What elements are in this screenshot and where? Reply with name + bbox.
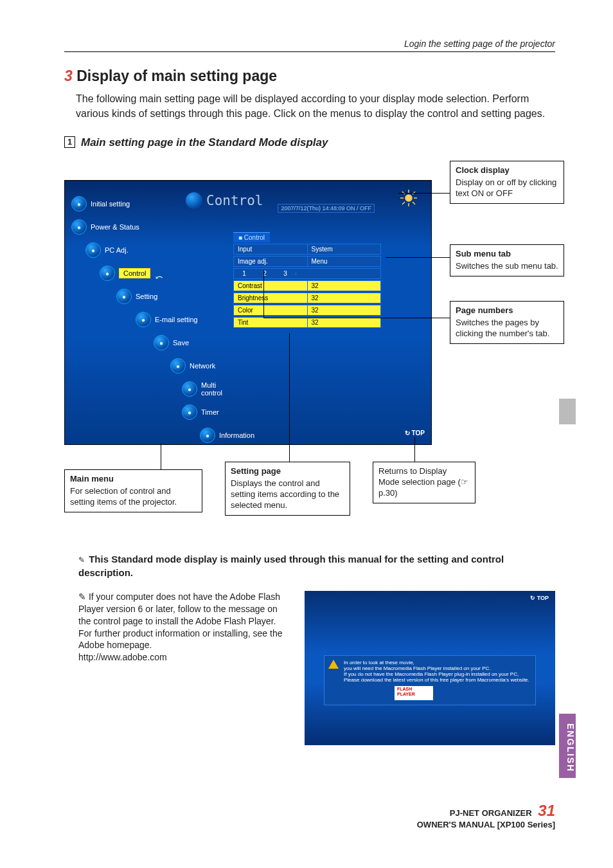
menu-label: Network [190, 362, 215, 370]
panel-row[interactable]: Contrast32 [233, 280, 381, 291]
callout-submenu-body: Switches the sub menu tab. [456, 261, 558, 272]
panel-row-label: Color [234, 305, 307, 315]
sidebar-item-multi-control[interactable]: ●Multi control [182, 377, 219, 401]
note-flash: ✎ If your computer does not have the Ado… [64, 591, 285, 664]
flash-msg-line1: In order to look at these movie, [344, 660, 530, 665]
adobe-url: http://www.adobe.com [78, 652, 167, 662]
callout-setting-title: Setting page [231, 466, 344, 477]
cursor-icon: ⤺ [155, 272, 163, 282]
footer: PJ-NET ORGANIZER 31 OWNER'S MANUAL [XP10… [64, 802, 555, 829]
callout-submenu: Sub menu tab Switches the sub menu tab. [450, 244, 564, 276]
svg-point-0 [405, 195, 412, 201]
menu-icon: ● [71, 219, 87, 235]
sidebar-item-power-status[interactable]: ●Power & Status [71, 215, 219, 239]
menu-label: Timer [201, 408, 219, 416]
sidebar-item-initial-setting[interactable]: ●Initial setting [71, 192, 219, 215]
section-title-text: Display of main setting page [76, 68, 277, 84]
page-tab-1[interactable]: 1 [234, 269, 254, 278]
panel-row-label: Input [234, 244, 307, 254]
callout-setting-body: Displays the control and setting items a… [231, 478, 344, 511]
sidebar-item-e-mail-setting[interactable]: ●E-mail setting [136, 308, 219, 331]
section-intro: The following main setting page will be … [76, 91, 555, 121]
note-standard-text: This Standard mode display is mainly use… [78, 554, 504, 577]
sidebar-item-setting[interactable]: ●Setting [116, 285, 219, 308]
callout-pages-title: Page numbers [456, 305, 558, 316]
callout-clock-title: Clock display [456, 165, 558, 176]
callout-top: Returns to Display Mode selection page (… [373, 462, 475, 503]
sidebar-item-network[interactable]: ●Network [170, 354, 219, 377]
top-link[interactable]: ↻ TOP [530, 595, 549, 601]
page-tab-3[interactable]: 3 [275, 269, 296, 278]
panel-row-label: Brightness [234, 293, 307, 303]
page-tab-2[interactable]: 2 [254, 269, 275, 278]
svg-line-6 [413, 202, 415, 204]
subsection-title: Main setting page in the Standard Mode d… [81, 136, 328, 149]
callout-main-menu: Main menu For selection of control and s… [64, 469, 202, 512]
menu-icon: ● [100, 266, 115, 281]
sun-icon [399, 188, 418, 209]
panel-row[interactable]: Image adj.Menu [233, 256, 381, 267]
menu-label: PC Adj. [105, 246, 129, 254]
panel-row-value: 32 [307, 318, 381, 327]
warning-icon [328, 660, 339, 669]
callout-clock: Clock display Display on or off by click… [450, 161, 564, 204]
panel-row[interactable]: Color32 [233, 305, 381, 316]
callout-main-body: For selection of control and setting ite… [70, 486, 197, 508]
callout-submenu-title: Sub menu tab [456, 249, 558, 260]
footer-line1: PJ-NET ORGANIZER [450, 808, 532, 818]
subsection-heading: 1 Main setting page in the Standard Mode… [64, 136, 555, 149]
panel-row-value: 32 [307, 281, 381, 291]
sidebar-item-pc-adj-[interactable]: ●PC Adj. [85, 239, 219, 262]
callout-pages-body: Switches the pages by clicking the numbe… [456, 318, 558, 339]
sidebar-item-information[interactable]: ●Information [200, 424, 219, 445]
page-number-row: 123 [233, 268, 381, 279]
sidebar-item-timer[interactable]: ●Timer [182, 401, 219, 424]
callout-setting-page: Setting page Displays the control and se… [225, 462, 350, 516]
pencil-icon: ✎ [78, 592, 86, 602]
footer-line2: OWNER'S MANUAL [XP100 Series] [417, 820, 555, 829]
side-menu: ●Initial setting●Power & Status●PC Adj.●… [71, 192, 219, 445]
menu-label: Save [173, 339, 189, 347]
menu-label: E-mail setting [155, 316, 198, 323]
menu-icon: ● [85, 242, 101, 258]
note-flash-text: If your computer does not have the Adobe… [78, 592, 283, 651]
menu-label: Setting [136, 293, 157, 300]
page: Login the setting page of the projector … [0, 0, 613, 868]
flash-player-button[interactable]: FLASH PLAYER [395, 686, 433, 700]
menu-icon: ● [154, 335, 169, 350]
menu-icon: ● [116, 289, 132, 304]
app-screenshot: Control 2007/7/12(Thu) 14:48:09 ON / OFF… [64, 180, 432, 445]
callout-pages: Page numbers Switches the pages by click… [450, 301, 564, 344]
menu-label: Control [119, 268, 150, 278]
panel-row-value: 32 [307, 305, 381, 315]
panel-tab-control[interactable]: ■ Control [233, 232, 270, 242]
menu-icon: ● [170, 358, 186, 374]
menu-icon: ● [182, 381, 197, 397]
top-link[interactable]: ↻ TOP [405, 429, 425, 437]
subsection-number: 1 [64, 136, 75, 148]
menu-label: Information [219, 431, 254, 439]
sidebar-item-save[interactable]: ●Save [154, 331, 219, 354]
panel-row-label: Tint [234, 318, 307, 327]
section-title: 3 Display of main setting page [64, 68, 555, 85]
pencil-icon: ✎ [78, 556, 85, 565]
panel-row-value: 32 [307, 293, 381, 303]
panel-row-value: Menu [307, 257, 381, 266]
sidebar-item-control[interactable]: ●Control⤺ [100, 262, 219, 285]
flash-msg-line2: you will need the Macromedia Flash Playe… [344, 665, 530, 671]
note-standard: ✎ This Standard mode display is mainly u… [78, 553, 555, 579]
panel-row-label: Contrast [234, 281, 307, 291]
menu-icon: ● [136, 312, 151, 327]
panel-row[interactable]: Tint32 [233, 317, 381, 328]
menu-label: Multi control [201, 381, 222, 397]
flash-install-screenshot: ↻ TOP In order to look at these movie, y… [305, 591, 555, 745]
language-tab: ENGLISH [559, 714, 576, 778]
flash-msg-line4: Please download the latest version of th… [344, 677, 530, 683]
settings-panel: ■ Control InputSystemImage adj.Menu 123 … [233, 232, 381, 328]
panel-row[interactable]: Brightness32 [233, 293, 381, 303]
clock-text[interactable]: 2007/7/12(Thu) 14:48:09 ON / OFF [278, 204, 375, 213]
panel-row[interactable]: InputSystem [233, 244, 381, 255]
section-number: 3 [64, 68, 73, 84]
callout-clock-body: Display on or off by clicking text ON or… [456, 177, 558, 199]
page-number: 31 [538, 802, 555, 819]
